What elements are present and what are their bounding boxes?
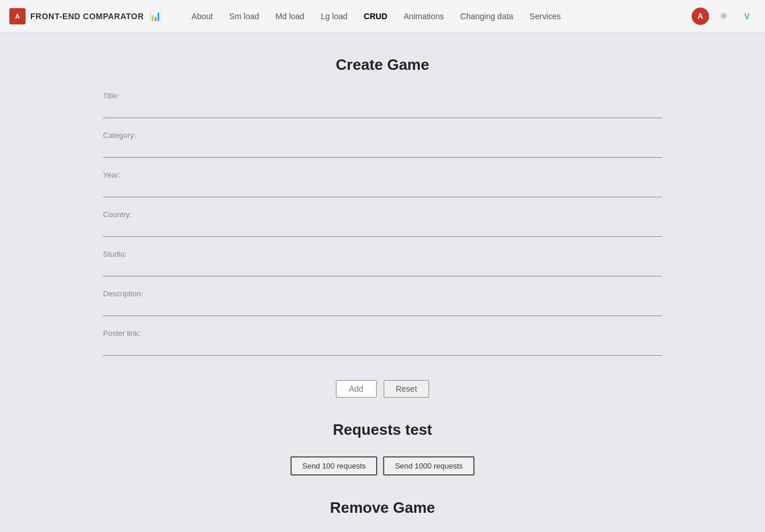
brand[interactable]: A FRONT-END COMPARATOR 📊 [9,8,161,24]
country-group: Country: [103,210,662,250]
studio-field[interactable] [103,261,662,276]
create-form-buttons: Add Reset [103,380,662,398]
nav-about[interactable]: About [185,7,220,26]
nav-framework-icons: A ⚛ V [692,8,756,25]
react-icon[interactable]: ⚛ [715,8,732,25]
country-field[interactable] [103,221,662,237]
brand-icon: A [9,8,26,24]
poster-link-label: Poster link: [103,329,662,338]
description-label: Description: [103,289,662,298]
category-group: Category: [103,131,662,171]
navbar: A FRONT-END COMPARATOR 📊 About Sm load M… [0,0,765,33]
year-group: Year: [103,171,662,210]
nav-smload[interactable]: Sm load [222,7,266,26]
year-label: Year: [103,171,662,179]
category-field[interactable] [103,142,662,158]
send-100-button[interactable]: Send 100 requests [291,456,377,476]
nav-crud[interactable]: CRUD [357,7,394,26]
country-label: Country: [103,210,662,219]
reset-create-button[interactable]: Reset [384,380,430,398]
angular-icon[interactable]: A [692,8,709,25]
requests-test-title: Requests test [103,421,662,439]
description-field[interactable] [103,300,662,316]
angular-brand-letter: A [15,13,20,20]
studio-group: Studio: [103,250,662,289]
requests-test-section: Requests test Send 100 requests Send 100… [103,421,662,476]
requests-buttons: Send 100 requests Send 1000 requests [103,456,662,476]
remove-game-section: Remove Game Title to remove: Remove Rese… [103,499,662,532]
poster-link-group: Poster link: [103,329,662,368]
nav-services[interactable]: Services [523,7,568,26]
title-field[interactable] [103,102,662,118]
nav-mdload[interactable]: Md load [268,7,311,26]
nav-links: About Sm load Md load Lg load CRUD Anima… [185,7,692,26]
create-game-section: Create Game Title: Category: Year: Count… [103,56,662,398]
nav-animations[interactable]: Animations [396,7,451,26]
main-content: Create Game Title: Category: Year: Count… [91,33,674,532]
poster-link-field[interactable] [103,340,662,356]
brand-text: FRONT-END COMPARATOR [30,12,144,21]
send-1000-button[interactable]: Send 1000 requests [383,456,474,476]
nav-lgload[interactable]: Lg load [314,7,355,26]
title-group: Title: [103,91,662,131]
nav-changing-data[interactable]: Changing data [454,7,520,26]
description-group: Description: [103,289,662,329]
brand-chart-icon: 📊 [150,10,161,22]
title-label: Title: [103,91,662,100]
category-label: Category: [103,131,662,140]
studio-label: Studio: [103,250,662,258]
create-game-title: Create Game [103,56,662,74]
year-field[interactable] [103,182,662,197]
add-button[interactable]: Add [336,380,377,398]
vue-icon[interactable]: V [738,8,756,25]
remove-game-title: Remove Game [103,499,662,517]
